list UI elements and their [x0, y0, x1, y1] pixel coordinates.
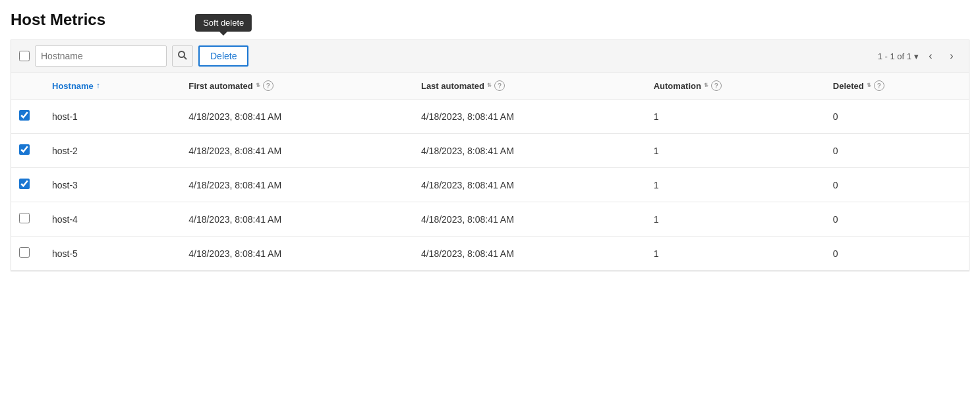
row-automation-1: 1 — [646, 99, 825, 134]
header-last-automated[interactable]: Last automated ⇅ ? — [413, 72, 646, 99]
deleted-sort-icon[interactable]: ⇅ — [867, 83, 871, 88]
row-checkbox-4[interactable] — [19, 213, 30, 223]
table-row: host-5 4/18/2023, 8:08:41 AM 4/18/2023, … — [11, 237, 969, 271]
header-automation[interactable]: Automation ⇅ ? — [646, 72, 825, 99]
hostname-header-label: Hostname — [52, 81, 94, 91]
row-hostname-5: host-5 — [44, 237, 181, 271]
pagination-prev-button[interactable]: ‹ — [921, 47, 940, 65]
host-metrics-table: Hostname ↑ First automated ⇅ ? Las — [11, 72, 969, 271]
table-row: host-3 4/18/2023, 8:08:41 AM 4/18/2023, … — [11, 168, 969, 202]
row-checkbox-1[interactable] — [19, 110, 30, 121]
delete-button[interactable]: Delete — [198, 45, 248, 67]
header-deleted[interactable]: Deleted ⇅ ? — [825, 72, 969, 99]
row-automation-4: 1 — [646, 202, 825, 237]
row-hostname-3: host-3 — [44, 168, 181, 202]
row-deleted-5: 0 — [825, 237, 969, 271]
last-automated-label: Last automated — [421, 81, 484, 91]
row-first-automated-5: 4/18/2023, 8:08:41 AM — [181, 237, 413, 271]
first-automated-label: First automated — [188, 81, 253, 91]
select-all-checkbox[interactable] — [19, 51, 30, 61]
page-container: Host Metrics Soft delete Delete 1 - 1 of… — [0, 0, 980, 394]
row-checkbox-cell[interactable] — [11, 168, 44, 202]
row-deleted-1: 0 — [825, 99, 969, 134]
header-first-automated[interactable]: First automated ⇅ ? — [181, 72, 413, 99]
row-checkbox-5[interactable] — [19, 247, 30, 258]
row-checkbox-cell[interactable] — [11, 237, 44, 271]
row-hostname-2: host-2 — [44, 134, 181, 168]
search-icon — [177, 50, 188, 63]
automation-label: Automation — [654, 81, 701, 91]
table-row: host-2 4/18/2023, 8:08:41 AM 4/18/2023, … — [11, 134, 969, 168]
table-wrapper: Hostname ↑ First automated ⇅ ? Las — [11, 72, 969, 271]
chevron-left-icon: ‹ — [929, 50, 932, 62]
row-first-automated-1: 4/18/2023, 8:08:41 AM — [181, 99, 413, 134]
pagination-label: 1 - 1 of 1 ▾ — [878, 51, 919, 61]
row-automation-3: 1 — [646, 168, 825, 202]
deleted-label: Deleted — [833, 81, 864, 91]
row-hostname-1: host-1 — [44, 99, 181, 134]
last-automated-sort-icon[interactable]: ⇅ — [487, 83, 492, 88]
row-checkbox-cell[interactable] — [11, 134, 44, 168]
row-checkbox-cell[interactable] — [11, 99, 44, 134]
table-header-row: Hostname ↑ First automated ⇅ ? Las — [11, 72, 969, 99]
table-row: host-1 4/18/2023, 8:08:41 AM 4/18/2023, … — [11, 99, 969, 134]
row-deleted-3: 0 — [825, 168, 969, 202]
row-automation-5: 1 — [646, 237, 825, 271]
pagination-next-button[interactable]: › — [942, 47, 961, 65]
row-first-automated-3: 4/18/2023, 8:08:41 AM — [181, 168, 413, 202]
table-body: host-1 4/18/2023, 8:08:41 AM 4/18/2023, … — [11, 99, 969, 271]
row-automation-2: 1 — [646, 134, 825, 168]
svg-line-1 — [184, 57, 187, 59]
chevron-right-icon: › — [950, 50, 953, 62]
header-hostname[interactable]: Hostname ↑ — [44, 72, 181, 99]
svg-point-0 — [179, 51, 185, 57]
first-automated-info-icon[interactable]: ? — [263, 80, 274, 91]
row-first-automated-2: 4/18/2023, 8:08:41 AM — [181, 134, 413, 168]
header-checkbox-col — [11, 72, 44, 99]
table-row: host-4 4/18/2023, 8:08:41 AM 4/18/2023, … — [11, 202, 969, 237]
row-last-automated-4: 4/18/2023, 8:08:41 AM — [413, 202, 646, 237]
row-last-automated-1: 4/18/2023, 8:08:41 AM — [413, 99, 646, 134]
automation-sort-icon[interactable]: ⇅ — [704, 83, 708, 88]
hostname-sort-asc-icon[interactable]: ↑ — [96, 81, 100, 90]
last-automated-info-icon[interactable]: ? — [494, 80, 505, 91]
delete-button-wrapper: Soft delete Delete — [198, 45, 248, 67]
row-checkbox-3[interactable] — [19, 179, 30, 189]
automation-info-icon[interactable]: ? — [711, 80, 722, 91]
row-last-automated-3: 4/18/2023, 8:08:41 AM — [413, 168, 646, 202]
row-deleted-2: 0 — [825, 134, 969, 168]
row-checkbox-2[interactable] — [19, 144, 30, 155]
toolbar: Soft delete Delete 1 - 1 of 1 ▾ ‹ › — [11, 40, 969, 72]
page-title: Host Metrics — [11, 11, 969, 29]
row-last-automated-2: 4/18/2023, 8:08:41 AM — [413, 134, 646, 168]
pagination-area: 1 - 1 of 1 ▾ ‹ › — [878, 47, 961, 65]
first-automated-sort-icon[interactable]: ⇅ — [256, 83, 260, 88]
row-first-automated-4: 4/18/2023, 8:08:41 AM — [181, 202, 413, 237]
pagination-dropdown-icon: ▾ — [914, 51, 919, 61]
row-checkbox-cell[interactable] — [11, 202, 44, 237]
row-hostname-4: host-4 — [44, 202, 181, 237]
search-button[interactable] — [172, 45, 193, 67]
row-deleted-4: 0 — [825, 202, 969, 237]
search-input[interactable] — [35, 45, 167, 67]
soft-delete-tooltip: Soft delete — [195, 14, 252, 32]
row-last-automated-5: 4/18/2023, 8:08:41 AM — [413, 237, 646, 271]
deleted-info-icon[interactable]: ? — [874, 80, 884, 91]
